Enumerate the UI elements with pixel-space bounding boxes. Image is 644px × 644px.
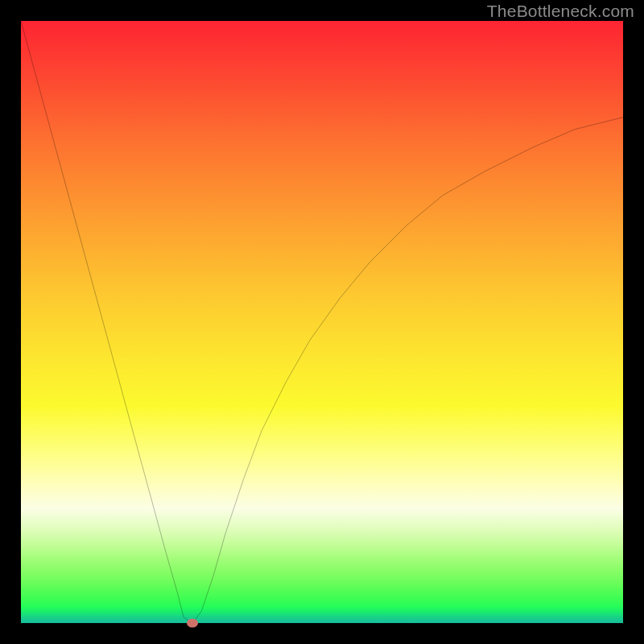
chart-frame: TheBottleneck.com [0, 0, 644, 644]
bottleneck-curve [21, 21, 623, 623]
plot-area [21, 21, 623, 623]
sweet-spot-marker [187, 619, 198, 628]
watermark-text: TheBottleneck.com [487, 2, 634, 21]
curve-path [21, 21, 623, 623]
